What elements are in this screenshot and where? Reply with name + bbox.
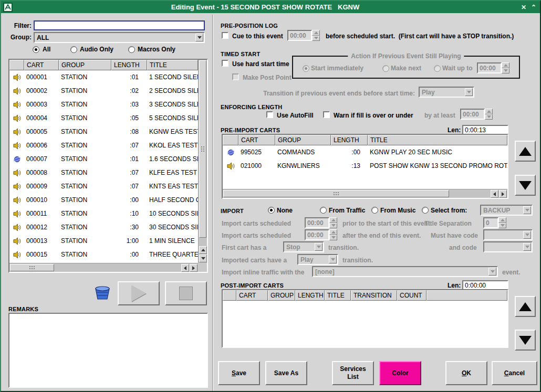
radio-make-next[interactable] xyxy=(382,65,389,72)
header-title[interactable]: TITLE xyxy=(368,135,507,145)
spin-up-button[interactable] xyxy=(502,62,509,68)
scrollbar-thumb[interactable] xyxy=(10,264,54,271)
warn-fill-checkbox[interactable] xyxy=(323,111,330,118)
titlebar[interactable]: Editing Event - 15 SECOND POST SHOW ROTA… xyxy=(1,1,540,13)
header-title[interactable]: TITLE xyxy=(325,290,351,301)
scrollbar-thumb[interactable] xyxy=(199,60,206,238)
wait-time-spinbox[interactable]: 00:00 xyxy=(477,62,509,73)
spin-up-button[interactable] xyxy=(312,30,320,36)
make-post-point-checkbox[interactable] xyxy=(232,73,239,80)
scroll-left-button[interactable] xyxy=(491,190,498,198)
header-cart[interactable]: CART xyxy=(238,135,275,145)
post-import-move-down-button[interactable] xyxy=(515,330,536,351)
imported-transition-combo[interactable]: Play xyxy=(297,254,338,265)
transition-combo[interactable]: Play xyxy=(419,87,474,98)
spin-down-button[interactable] xyxy=(485,114,493,120)
pre-import-move-down-button[interactable] xyxy=(515,175,536,196)
remarks-textarea[interactable] xyxy=(8,313,208,388)
services-list-button[interactable]: Services List xyxy=(332,361,374,385)
radio-start-immediately[interactable] xyxy=(303,65,309,72)
cart-row[interactable]: 000012STATION:3030 SECONDS SILE xyxy=(9,220,198,234)
sched-prior-spinbox[interactable]: 00:00 xyxy=(305,217,337,228)
header-icon-col[interactable] xyxy=(223,290,236,301)
horizontal-scrollbar[interactable] xyxy=(223,189,507,198)
scroll-left-button[interactable] xyxy=(181,264,189,272)
first-cart-transition-combo[interactable]: Stop xyxy=(283,241,324,252)
radio-all[interactable] xyxy=(33,46,39,53)
ok-button[interactable]: OK xyxy=(445,361,487,385)
horizontal-scrollbar[interactable] xyxy=(9,263,198,272)
cart-row[interactable]: 000009STATION:07KNTS EAS TEST I xyxy=(9,179,198,193)
play-button[interactable] xyxy=(118,281,160,305)
shade-button[interactable]: ⌃ xyxy=(529,3,538,12)
cart-row[interactable]: 000005STATION:08KGNW EAS TEST xyxy=(9,125,198,139)
title-separation-spinbox[interactable]: 0 xyxy=(483,217,506,228)
cart-row[interactable]: 000003STATION:033 SECONDS SILEN xyxy=(9,98,198,111)
cart-row[interactable]: 000001STATION:011 SECOND SILEN xyxy=(9,70,198,84)
header-group[interactable]: GROUP xyxy=(268,290,295,301)
cart-row[interactable]: 995025COMMANDS:00KGNW PLAY 20 SEC MUSIC xyxy=(223,145,507,159)
cart-row[interactable]: 000010STATION:00HALF SECOND OF xyxy=(9,193,198,207)
group-combo[interactable]: ALL xyxy=(34,32,205,43)
spin-up-button[interactable] xyxy=(485,109,493,114)
scroll-right-button[interactable] xyxy=(190,264,197,272)
spin-down-button[interactable] xyxy=(329,223,337,229)
radio-select-from[interactable] xyxy=(422,207,429,214)
cart-row[interactable]: 000002STATION:022 SECONDS SILEN xyxy=(9,84,198,98)
header-group[interactable]: GROUP xyxy=(275,135,331,145)
header-count[interactable]: COUNT xyxy=(397,290,426,301)
header-length[interactable]: LENGTH xyxy=(111,60,147,70)
save-as-button[interactable]: Save As xyxy=(265,361,307,385)
spin-up-button[interactable] xyxy=(498,217,506,223)
sched-after-spinbox[interactable]: 00:00 xyxy=(305,229,337,240)
pre-import-move-up-button[interactable] xyxy=(515,141,536,162)
cart-row[interactable]: 000006STATION:07KKOL EAS TEST IN xyxy=(9,139,198,152)
header-transition[interactable]: TRANSITION xyxy=(351,290,397,301)
vertical-scrollbar[interactable] xyxy=(198,60,207,263)
cart-row[interactable]: 000015STATION:00THREE QUARTER xyxy=(9,248,198,261)
hard-start-checkbox[interactable] xyxy=(222,60,228,67)
cart-row[interactable]: 000008STATION:07KLFE EAS TEST IN xyxy=(9,166,198,179)
header-title[interactable]: TITLE xyxy=(147,60,198,70)
header-cart[interactable]: CART xyxy=(24,60,59,70)
stop-button[interactable] xyxy=(165,281,207,305)
header-length[interactable]: LENGTH xyxy=(331,135,368,145)
radio-import-none[interactable] xyxy=(268,207,275,214)
warn-time-spinbox[interactable]: 00:00 xyxy=(460,109,493,120)
close-button[interactable]: ✕ xyxy=(519,3,528,12)
header-cart[interactable]: CART xyxy=(236,290,268,301)
cart-row[interactable]: 000011STATION:1010 SECONDS SILE xyxy=(9,207,198,220)
and-code-combo[interactable] xyxy=(483,241,533,252)
select-from-combo[interactable]: BACKUP xyxy=(480,205,533,216)
use-autofill-checkbox[interactable] xyxy=(266,111,273,118)
spin-down-button[interactable] xyxy=(312,36,320,41)
post-import-move-up-button[interactable] xyxy=(515,296,536,317)
scroll-down-button[interactable] xyxy=(199,255,207,262)
header-icon-col[interactable] xyxy=(9,60,24,70)
spin-up-button[interactable] xyxy=(329,229,337,235)
scroll-up-button[interactable] xyxy=(199,246,207,254)
cart-row[interactable]: 000007STATION:011.6 SECONDS SIL xyxy=(9,152,198,166)
header-icon-col[interactable] xyxy=(223,135,238,145)
cart-row[interactable]: 000013STATION1:001 MIN SILENCE xyxy=(9,234,198,248)
cart-row[interactable]: 000004STATION:055 SECONDS SILEN xyxy=(9,111,198,125)
spin-down-button[interactable] xyxy=(502,68,509,74)
scroll-right-button[interactable] xyxy=(499,190,507,198)
spin-up-button[interactable] xyxy=(329,217,337,223)
save-button[interactable]: Save xyxy=(218,361,260,385)
cue-time-spinbox[interactable]: 00:00 xyxy=(287,30,320,41)
cancel-button[interactable]: Cancel xyxy=(492,361,537,385)
header-group[interactable]: GROUP xyxy=(59,60,111,70)
color-button[interactable]: Color xyxy=(379,361,421,385)
cart-row[interactable]: 021000KGNWLINERS:13POST SHOW KGNW 13 SEC… xyxy=(223,159,507,173)
spin-down-button[interactable] xyxy=(329,235,337,241)
radio-macros-only[interactable] xyxy=(128,46,135,53)
header-length[interactable]: LENGTH xyxy=(295,290,325,301)
spin-down-button[interactable] xyxy=(498,223,506,229)
inline-traffic-combo[interactable]: [none] xyxy=(312,266,498,277)
cue-to-event-checkbox[interactable] xyxy=(222,32,228,39)
filter-input[interactable] xyxy=(34,20,205,30)
radio-from-traffic[interactable] xyxy=(320,207,327,214)
radio-from-music[interactable] xyxy=(371,207,378,214)
radio-audio-only[interactable] xyxy=(70,46,77,53)
